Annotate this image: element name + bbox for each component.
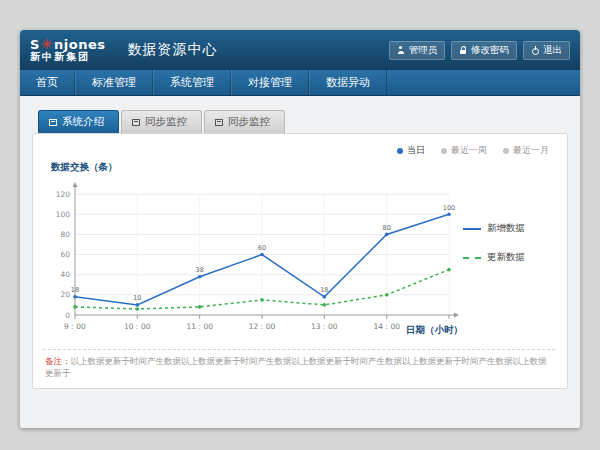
lock-icon xyxy=(459,46,467,54)
filter-last-month[interactable]: 最近一月 xyxy=(503,144,549,157)
svg-text:100: 100 xyxy=(443,204,455,212)
chart-container: 0204060801001209：0010：0011：0012：0013：001… xyxy=(43,176,463,347)
svg-text:60: 60 xyxy=(258,244,266,252)
footnote-label: 备注： xyxy=(45,356,71,366)
svg-text:10: 10 xyxy=(133,294,141,302)
y-axis-title: 数据交换（条） xyxy=(43,161,555,176)
filter-today[interactable]: 当日 xyxy=(397,144,425,157)
header-actions: 管理员 修改密码 退出 xyxy=(389,41,571,60)
power-icon xyxy=(531,46,539,54)
page-title: 数据资源中心 xyxy=(128,41,218,59)
filter-today-label: 当日 xyxy=(407,144,425,157)
radio-dot-icon xyxy=(503,148,509,154)
chart-row: 0204060801001209：0010：0011：0012：0013：001… xyxy=(43,176,555,347)
monitor-icon xyxy=(132,119,140,126)
svg-text:60: 60 xyxy=(60,250,70,259)
tab-bar: 系统介绍 同步监控 同步监控 xyxy=(32,110,568,133)
change-password-label: 修改密码 xyxy=(471,44,509,57)
tab-sync-monitor-1[interactable]: 同步监控 xyxy=(121,110,202,133)
logout-button[interactable]: 退出 xyxy=(523,41,570,60)
tab-sync-monitor-1-label: 同步监控 xyxy=(145,115,187,129)
user-icon xyxy=(397,46,405,54)
admin-button-label: 管理员 xyxy=(409,44,438,57)
content-area: 系统介绍 同步监控 同步监控 当日 xyxy=(20,96,580,427)
main-nav: 首页 标准管理 系统管理 对接管理 数据异动 xyxy=(20,70,580,96)
svg-text:18: 18 xyxy=(320,286,328,294)
brand-logo: S✳njones 新中新集团 xyxy=(30,37,106,62)
app-header: S✳njones 新中新集团 数据资源中心 管理员 修改密码 退出 xyxy=(20,30,580,70)
filter-last-week-label: 最近一周 xyxy=(451,144,487,157)
filter-last-month-label: 最近一月 xyxy=(513,144,549,157)
change-password-button[interactable]: 修改密码 xyxy=(451,41,517,60)
svg-text:100: 100 xyxy=(56,210,71,219)
x-axis-title: 日期（小时） xyxy=(406,324,463,337)
filter-last-week[interactable]: 最近一周 xyxy=(441,144,487,157)
radio-dot-icon xyxy=(397,148,403,154)
admin-button[interactable]: 管理员 xyxy=(389,41,446,60)
tab-sync-monitor-2-label: 同步监控 xyxy=(228,115,270,129)
data-exchange-line-chart: 0204060801001209：0010：0011：0012：0013：001… xyxy=(43,176,463,347)
svg-text:9：00: 9：00 xyxy=(64,322,86,331)
logo-flower-icon: ✳ xyxy=(40,36,54,52)
solid-line-icon xyxy=(463,228,481,230)
series-legend: 新增数据 更新数据 xyxy=(463,176,555,347)
tab-sync-monitor-2[interactable]: 同步监控 xyxy=(204,110,285,133)
nav-item-data-change[interactable]: 数据异动 xyxy=(309,70,387,95)
svg-text:18: 18 xyxy=(71,286,79,294)
app-window: S✳njones 新中新集团 数据资源中心 管理员 修改密码 退出 xyxy=(20,30,580,428)
nav-item-interface[interactable]: 对接管理 xyxy=(231,70,309,95)
legend-updated-data-label: 更新数据 xyxy=(487,251,525,264)
footnote-text: 以上数据更新于时间产生数据以上数据更新于时间产生数据以上数据更新于时间产生数据以… xyxy=(45,356,547,378)
chart-panel: 当日 最近一周 最近一月 数据交换（条） 0204060801001209：00… xyxy=(32,133,568,389)
tab-system-intro-label: 系统介绍 xyxy=(62,115,104,129)
time-filter-group: 当日 最近一周 最近一月 xyxy=(43,142,555,161)
dashed-line-icon xyxy=(463,257,481,259)
svg-text:10：00: 10：00 xyxy=(124,322,151,331)
legend-item-new-data[interactable]: 新增数据 xyxy=(463,222,555,235)
svg-text:38: 38 xyxy=(196,266,204,274)
svg-text:80: 80 xyxy=(383,224,391,232)
radio-dot-icon xyxy=(441,148,447,154)
legend-item-updated-data[interactable]: 更新数据 xyxy=(463,251,555,264)
svg-text:11：00: 11：00 xyxy=(186,322,213,331)
desktop-background: S✳njones 新中新集团 数据资源中心 管理员 修改密码 退出 xyxy=(0,0,600,450)
svg-text:80: 80 xyxy=(60,230,70,239)
legend-new-data-label: 新增数据 xyxy=(487,222,525,235)
nav-item-home[interactable]: 首页 xyxy=(20,70,75,95)
logo-wordmark: S✳njones xyxy=(30,37,106,52)
nav-item-standards[interactable]: 标准管理 xyxy=(75,70,153,95)
svg-text:120: 120 xyxy=(56,190,71,199)
svg-text:13：00: 13：00 xyxy=(311,322,338,331)
monitor-icon xyxy=(49,119,57,126)
svg-text:20: 20 xyxy=(60,290,70,299)
tab-system-intro[interactable]: 系统介绍 xyxy=(38,110,119,133)
svg-text:0: 0 xyxy=(65,310,70,319)
logo-subtitle: 新中新集团 xyxy=(30,52,106,63)
svg-text:12：00: 12：00 xyxy=(249,322,276,331)
svg-text:14：00: 14：00 xyxy=(373,322,400,331)
logout-label: 退出 xyxy=(543,44,562,57)
monitor-icon xyxy=(215,119,223,126)
nav-item-system[interactable]: 系统管理 xyxy=(153,70,231,95)
svg-text:40: 40 xyxy=(60,270,70,279)
footnote: 备注：以上数据更新于时间产生数据以上数据更新于时间产生数据以上数据更新于时间产生… xyxy=(43,349,555,382)
